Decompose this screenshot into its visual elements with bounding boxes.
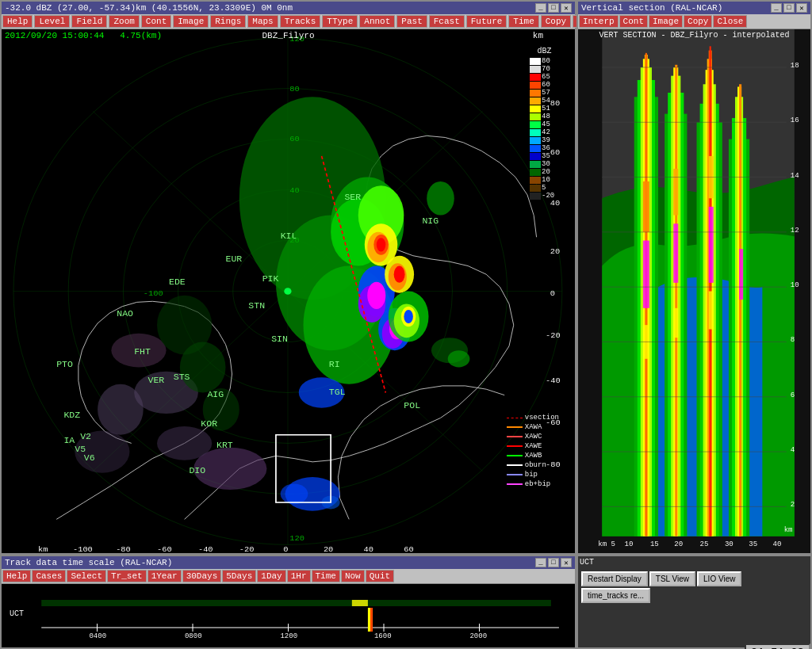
- svg-text:km 5: km 5: [598, 540, 615, 548]
- radar-menu-time[interactable]: Time: [508, 15, 538, 28]
- legend-item: -20: [530, 192, 559, 200]
- legend-color-39: [530, 137, 541, 144]
- vert-menu-close[interactable]: Close: [713, 15, 747, 28]
- track-menu-1hr[interactable]: 1Hr: [287, 570, 311, 582]
- track-menu-5days[interactable]: 5Days: [222, 570, 256, 582]
- legend-item: 57: [530, 89, 559, 97]
- svg-point-25: [377, 238, 386, 251]
- track-menu-1year[interactable]: 1Year: [147, 570, 182, 582]
- annot-ebbip-label: eb+bip: [525, 480, 550, 488]
- svg-text:EUR: EUR: [226, 255, 243, 265]
- svg-text:PTO: PTO: [56, 361, 73, 370]
- svg-text:KOR: KOR: [201, 419, 217, 429]
- radar-menu-ttype[interactable]: TType: [322, 15, 358, 28]
- radar-menu-annot[interactable]: Annot: [359, 15, 395, 28]
- radar-display[interactable]: SER NIG KIL EUR PIK STN SIN EDE NAO FHT …: [2, 29, 575, 553]
- tsl-view-btn[interactable]: TSL View: [649, 571, 695, 586]
- legend-color-35: [530, 153, 541, 160]
- annot-xawa: XAWA: [507, 423, 559, 431]
- radar-close-btn[interactable]: ✕: [561, 3, 572, 13]
- track-menu-1day[interactable]: 1Day: [257, 570, 285, 582]
- top-area: -32.0 dBZ (27.00, -57.34)km (40.1556N, 2…: [0, 0, 812, 555]
- vert-menu-copy[interactable]: Copy: [684, 15, 712, 28]
- track-menu-30days[interactable]: 30Days: [182, 570, 222, 582]
- vert-display[interactable]: VERT SECTION - DBZ_Filyro - interpolated: [578, 29, 810, 553]
- vert-menu-image[interactable]: Image: [649, 15, 683, 28]
- track-menu-select[interactable]: Select: [67, 570, 106, 582]
- annot-ebbip: eb+bip: [507, 480, 559, 488]
- vert-maximize-btn[interactable]: □: [783, 3, 795, 13]
- legend-color-57: [530, 90, 541, 97]
- svg-text:4: 4: [791, 445, 795, 454]
- radar-minimize-btn[interactable]: _: [535, 3, 546, 13]
- track-menu-tr_set[interactable]: Tr_set: [107, 570, 147, 582]
- radar-menu-fcast[interactable]: Fcast: [429, 15, 465, 28]
- track-close-btn[interactable]: ✕: [561, 558, 572, 567]
- track-menu-help[interactable]: Help: [2, 570, 31, 582]
- track-menu-cases[interactable]: Cases: [32, 570, 66, 582]
- vert-minimize-btn[interactable]: _: [771, 3, 782, 13]
- track-minimize-btn[interactable]: _: [535, 558, 546, 567]
- radar-menu-past[interactable]: Past: [396, 15, 427, 28]
- time-tracks-btn[interactable]: time_tracks re...: [581, 588, 650, 603]
- radar-menu-image[interactable]: Image: [173, 15, 209, 28]
- radar-menu-field[interactable]: Field: [71, 15, 107, 28]
- vert-window-controls[interactable]: _ □ ✕: [771, 3, 807, 13]
- radar-menu-rings[interactable]: Rings: [210, 15, 246, 28]
- legend-color-45: [530, 121, 541, 128]
- svg-text:80: 80: [289, 85, 299, 94]
- legend-item: 10: [530, 176, 559, 184]
- small-panel-inner: UCT Restart Display TSL View LIO View ti…: [578, 556, 810, 647]
- legend-color-10: [530, 177, 541, 184]
- radar-menu-cont[interactable]: Cont: [141, 15, 171, 28]
- radar-menu-level[interactable]: Level: [34, 15, 70, 28]
- track-menu-time[interactable]: Time: [312, 570, 340, 582]
- radar-menu-help[interactable]: Help: [2, 15, 33, 28]
- track-maximize-btn[interactable]: □: [548, 558, 559, 567]
- small-right-panel: UCT Restart Display TSL View LIO View ti…: [576, 555, 812, 649]
- svg-text:PIK: PIK: [262, 274, 279, 284]
- svg-text:SER: SER: [344, 193, 361, 203]
- svg-text:-100: -100: [144, 289, 163, 298]
- svg-text:20: 20: [324, 545, 333, 553]
- svg-text:km: km: [38, 545, 48, 553]
- track-menu-now[interactable]: Now: [341, 570, 365, 582]
- annot-oburn-label: oburn: [525, 461, 546, 469]
- track-menu-quit[interactable]: Quit: [366, 570, 394, 582]
- svg-point-35: [448, 350, 470, 367]
- svg-text:IA: IA: [63, 437, 75, 446]
- vert-menu-bar: Interp Cont Image Copy Close: [578, 14, 810, 29]
- svg-text:NIG: NIG: [422, 217, 439, 227]
- restart-display-btn[interactable]: Restart Display: [581, 571, 648, 586]
- legend-item: 35: [530, 152, 559, 160]
- annot-bip-line: [507, 474, 523, 475]
- svg-text:-20: -20: [239, 545, 255, 553]
- lio-view-btn[interactable]: LIO View: [697, 571, 741, 586]
- vert-close-btn[interactable]: ✕: [796, 3, 807, 13]
- track-titlebar: Track data time scale (RAL-NCAR) _ □ ✕: [2, 556, 575, 569]
- svg-text:30: 30: [725, 540, 733, 548]
- vert-menu-cont[interactable]: Cont: [619, 15, 648, 28]
- legend-item: 5: [530, 184, 559, 192]
- radar-menu-future[interactable]: Future: [466, 15, 508, 28]
- svg-rect-117: [675, 65, 677, 536]
- svg-text:-40: -40: [198, 545, 213, 553]
- radar-menu-copy[interactable]: Copy: [541, 15, 571, 28]
- track-window-controls[interactable]: _ □ ✕: [535, 558, 572, 567]
- svg-text:TGL: TGL: [329, 387, 346, 397]
- radar-menu-zoom[interactable]: Zoom: [109, 15, 139, 28]
- legend-item: 45: [530, 120, 559, 128]
- svg-point-33: [427, 181, 454, 216]
- svg-text:6: 6: [791, 391, 795, 399]
- radar-menu-maps[interactable]: Maps: [247, 15, 278, 28]
- svg-text:1200: 1200: [280, 632, 297, 640]
- annot-xawa-line: [507, 426, 523, 428]
- radar-field-label: DBZ_Filyro: [262, 31, 314, 40]
- radar-window: -32.0 dBZ (27.00, -57.34)km (40.1556N, 2…: [0, 0, 576, 555]
- radar-menu-tracks[interactable]: Tracks: [280, 15, 321, 28]
- radar-window-controls[interactable]: _ □ ✕: [535, 3, 572, 13]
- radar-maximize-btn[interactable]: □: [548, 3, 559, 13]
- vert-menu-interp[interactable]: Interp: [579, 15, 619, 28]
- track-display[interactable]: 2012/09/20 15:00:44 TRACK DATA TIME SCAL…: [2, 584, 575, 647]
- radar-km-label: km: [533, 31, 543, 40]
